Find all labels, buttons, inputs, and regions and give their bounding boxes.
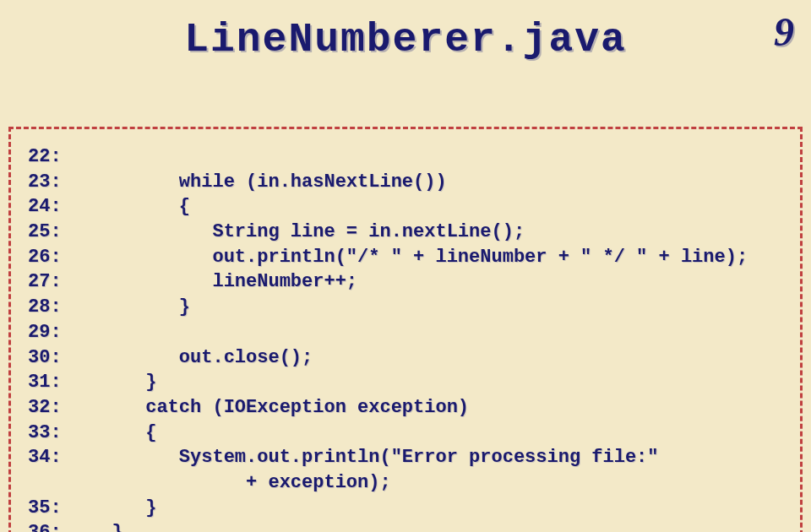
code-line: 34: System.out.println("Error processing… <box>28 445 783 470</box>
line-number: 33: <box>28 421 79 446</box>
line-text: } <box>79 522 123 532</box>
line-number: 30: <box>28 345 79 371</box>
code-line: 26: out.println("/* " + lineNumber + " *… <box>28 245 783 270</box>
code-line: 32: catch (IOException exception) <box>28 395 783 421</box>
line-text: + exception); <box>79 472 391 493</box>
page-number: 9 <box>774 8 794 55</box>
line-text: while (in.hasNextLine()) <box>79 171 447 193</box>
code-line: 29: <box>28 320 783 345</box>
line-number: 36: <box>28 520 79 532</box>
line-number: 26: <box>28 245 79 270</box>
slide-title: LineNumberer.java <box>184 17 627 62</box>
line-text: System.out.println("Error processing fil… <box>79 447 659 468</box>
line-text: String line = in.nextLine(); <box>79 221 525 242</box>
line-text: out.println("/* " + lineNumber + " */ " … <box>79 247 748 268</box>
line-text: lineNumber++; <box>79 271 357 292</box>
line-number: 22: <box>28 144 79 170</box>
code-line: 31: } <box>28 370 783 395</box>
line-number: 23: <box>28 170 79 195</box>
line-text: } <box>79 372 156 393</box>
line-number: 25: <box>28 220 79 245</box>
code-line: 27: lineNumber++; <box>28 269 783 295</box>
code-block: 22:23: while (in.hasNextLine())24: {25: … <box>8 127 803 532</box>
line-text: } <box>79 497 156 518</box>
line-number: 24: <box>28 194 79 220</box>
line-number: 34: <box>28 445 79 470</box>
code-line: 30: out.close(); <box>28 345 783 371</box>
line-number: 35: <box>28 496 79 521</box>
code-line: 36: } <box>28 520 783 532</box>
code-line: 25: String line = in.nextLine(); <box>28 220 783 245</box>
line-text: { <box>79 422 156 443</box>
line-number: 27: <box>28 269 79 295</box>
line-text: catch (IOException exception) <box>79 397 469 418</box>
code-line: 35: } <box>28 496 783 521</box>
line-text: { <box>79 196 190 217</box>
code-line: 33: { <box>28 421 783 446</box>
code-line: 22: <box>28 144 783 170</box>
line-number: 28: <box>28 295 79 320</box>
line-text: out.close(); <box>79 347 313 368</box>
code-line: 24: { <box>28 194 783 220</box>
line-number: 31: <box>28 370 79 395</box>
line-text: } <box>79 296 190 318</box>
line-number: 29: <box>28 320 79 345</box>
code-line: 23: while (in.hasNextLine()) <box>28 170 783 195</box>
code-line: 28: } <box>28 295 783 320</box>
line-number: 32: <box>28 395 79 421</box>
code-line: + exception); <box>28 470 783 496</box>
